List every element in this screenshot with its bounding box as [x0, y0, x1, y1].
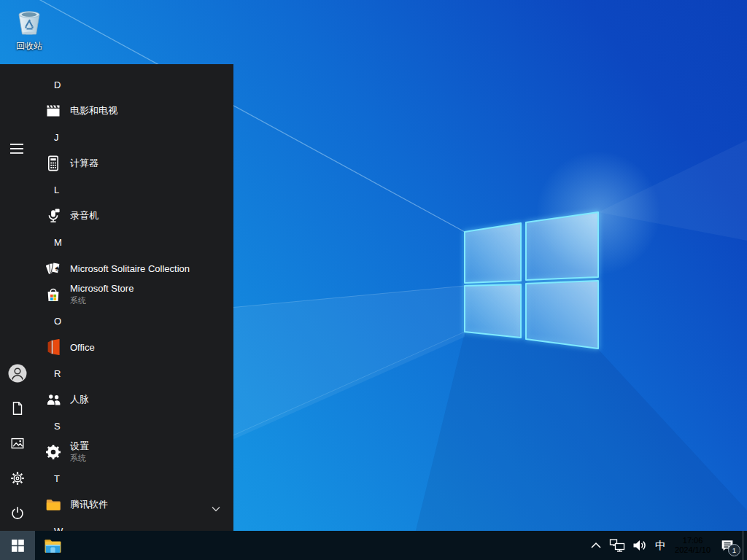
section-letter-d[interactable]: D [35, 71, 233, 98]
recycle-bin-label: 回收站 [9, 40, 50, 52]
people-icon [44, 390, 63, 409]
recycle-bin-desktop-icon[interactable]: 回收站 [9, 6, 50, 52]
section-letter-o[interactable]: O [35, 308, 233, 334]
action-center-button[interactable]: 1 [716, 531, 743, 560]
clock-date: 2024/1/10 [675, 545, 711, 555]
pictures-icon[interactable] [0, 426, 35, 461]
app-settings[interactable]: 设置 系统 [35, 439, 233, 465]
voice-recorder-icon [44, 206, 63, 225]
section-letter-s[interactable]: S [35, 413, 233, 439]
section-letter-j[interactable]: J [35, 124, 233, 150]
svg-text:♠: ♠ [55, 264, 61, 273]
show-desktop-button[interactable] [743, 531, 747, 560]
input-method-indicator[interactable]: 中 [651, 531, 670, 560]
clock-time: 17:06 [683, 536, 703, 545]
section-letter-l[interactable]: L [35, 176, 233, 203]
taskbar: 中 17:06 2024/1/10 1 [0, 531, 747, 560]
recycle-bin-icon [13, 6, 45, 36]
section-letter-w[interactable]: W [35, 518, 233, 531]
movies-tv-icon [44, 101, 63, 120]
app-sublabel: 系统 [70, 453, 89, 463]
app-sublabel: 系统 [70, 295, 133, 306]
chevron-down-icon[interactable] [212, 502, 220, 515]
start-button[interactable] [0, 531, 35, 560]
solitaire-icon: ♠ [44, 259, 63, 278]
file-explorer-icon [44, 537, 62, 553]
app-calculator[interactable]: 计算器 [35, 150, 233, 176]
windows-logo-icon [12, 540, 24, 552]
section-letter-t[interactable]: T [35, 465, 233, 491]
start-menu-app-list: D 电影和电视 J 计算器 L 录音机 M [35, 64, 233, 531]
app-movies-tv[interactable]: 电影和电视 [35, 98, 233, 124]
power-icon[interactable] [0, 496, 35, 531]
office-icon [44, 338, 63, 357]
ethernet-icon[interactable] [605, 531, 629, 560]
app-office[interactable]: Office [35, 334, 233, 360]
section-letter-m[interactable]: M [35, 229, 233, 255]
taskbar-clock[interactable]: 17:06 2024/1/10 [670, 536, 716, 555]
app-people[interactable]: 人脉 [35, 386, 233, 413]
documents-icon[interactable] [0, 391, 35, 426]
notification-badge: 1 [728, 544, 740, 556]
chevron-up-icon[interactable] [587, 531, 605, 560]
system-tray: 中 17:06 2024/1/10 1 [587, 531, 747, 560]
menu-icon[interactable] [0, 131, 35, 166]
settings-icon[interactable] [0, 461, 35, 496]
start-menu-rail [0, 64, 35, 531]
user-avatar[interactable] [0, 356, 35, 391]
settings-gear-icon [44, 443, 63, 462]
app-microsoft-store[interactable]: Microsoft Store 系统 [35, 281, 233, 308]
calculator-icon [44, 154, 63, 173]
app-tencent-folder[interactable]: 腾讯软件 [35, 491, 233, 518]
section-letter-r[interactable]: R [35, 360, 233, 386]
file-explorer-button[interactable] [35, 531, 70, 560]
microsoft-store-icon [44, 285, 63, 304]
windows-desktop-screen: 回收站 D [0, 0, 747, 560]
app-voice-recorder[interactable]: 录音机 [35, 203, 233, 229]
speaker-icon[interactable] [629, 531, 651, 560]
folder-icon [44, 495, 63, 514]
start-menu: D 电影和电视 J 计算器 L 录音机 M [0, 64, 233, 531]
app-solitaire[interactable]: ♠ Microsoft Solitaire Collection [35, 255, 233, 281]
